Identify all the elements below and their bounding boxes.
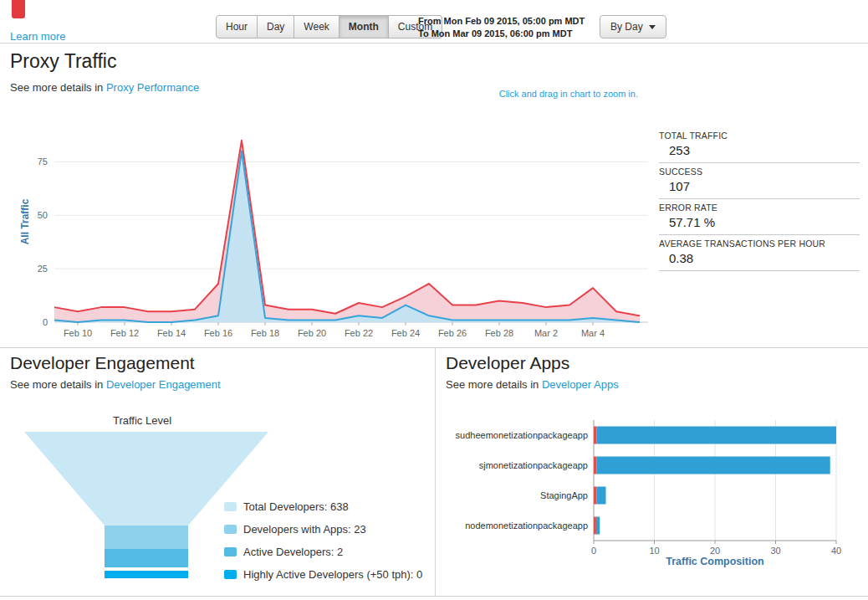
svg-text:Mar 4: Mar 4 (581, 328, 605, 338)
svg-text:30: 30 (770, 546, 780, 556)
date-range-from: From Mon Feb 09 2015, 05:00 pm MDT (418, 15, 585, 28)
time-range-hour-button[interactable]: Hour (216, 15, 258, 38)
legend-item: Developers with Apps: 23 (224, 521, 422, 537)
svg-text:20: 20 (710, 546, 720, 556)
stat-avg-tph: AVERAGE TRANSACTIONS PER HOUR 0.38 (659, 235, 860, 271)
svg-text:sjmonetizationpackageapp: sjmonetizationpackageapp (479, 460, 588, 470)
proxy-traffic-chart[interactable]: 0255075Feb 10Feb 12Feb 14Feb 16Feb 18Feb… (8, 123, 656, 342)
stat-error-rate: ERROR RATE 57.71 % (659, 199, 860, 235)
svg-text:Feb 26: Feb 26 (438, 328, 467, 338)
legend-swatch (224, 525, 237, 534)
svg-text:sudheemonetizationpackageapp: sudheemonetizationpackageapp (456, 430, 588, 440)
subtitle-prefix: See more details in (10, 81, 103, 94)
svg-text:Mar 2: Mar 2 (534, 328, 558, 338)
stat-label: ERROR RATE (659, 203, 860, 213)
proxy-traffic-subtitle: See more details in Proxy Performance (10, 81, 199, 94)
svg-text:Feb 22: Feb 22 (345, 328, 373, 338)
developer-apps-title: Developer Apps (446, 353, 569, 373)
date-range-to: To Mon Mar 09 2015, 06:00 pm MDT (418, 28, 585, 40)
section-divider (0, 347, 868, 348)
svg-text:nodemonetizationpackageapp: nodemonetizationpackageapp (465, 521, 588, 531)
time-range-week-button[interactable]: Week (294, 15, 339, 38)
developer-apps-subtitle: See more details in Developer Apps (446, 378, 619, 391)
legend-item: Total Developers: 638 (224, 499, 422, 515)
svg-text:Feb 20: Feb 20 (298, 328, 326, 338)
developer-apps-link[interactable]: Developer Apps (542, 378, 619, 391)
svg-text:Feb 12: Feb 12 (110, 328, 139, 338)
svg-text:Feb 14: Feb 14 (157, 328, 186, 338)
legend-swatch (224, 502, 237, 511)
svg-text:Feb 10: Feb 10 (64, 328, 92, 338)
analytics-dashboard: Learn more Hour Day Week Month Custom Fr… (0, 0, 868, 600)
svg-text:0: 0 (591, 546, 596, 556)
stat-value: 57.71 % (659, 215, 860, 229)
subtitle-prefix: See more details in (446, 378, 539, 391)
legend-swatch (224, 570, 237, 579)
stat-value: 253 (659, 143, 860, 157)
stat-label: SUCCESS (659, 167, 860, 177)
svg-text:25: 25 (38, 264, 48, 274)
legend-swatch (224, 547, 237, 556)
proxy-traffic-title: Proxy Traffic (10, 50, 116, 73)
legend-label: Developers with Apps: 23 (243, 523, 366, 536)
developer-engagement-title: Developer Engagement (10, 353, 195, 373)
learn-more-link[interactable]: Learn more (10, 30, 65, 43)
subtitle-prefix: See more details in (10, 378, 103, 391)
stat-label: AVERAGE TRANSACTIONS PER HOUR (659, 238, 860, 249)
stat-success: SUCCESS 107 (659, 163, 860, 199)
funnel-legend: Total Developers: 638 Developers with Ap… (224, 499, 422, 589)
caret-down-icon (649, 25, 656, 29)
svg-text:Feb 18: Feb 18 (251, 328, 279, 338)
svg-text:StagingApp: StagingApp (540, 490, 588, 500)
x-axis-label: Traffic Composition (594, 556, 836, 567)
svg-text:50: 50 (38, 210, 48, 220)
granularity-label: By Day (610, 21, 643, 33)
stat-total-traffic: TOTAL TRAFFIC 253 (659, 127, 860, 163)
time-range-month-button[interactable]: Month (340, 15, 389, 38)
zoom-hint: Click and drag in chart to zoom in. (499, 89, 638, 99)
proxy-performance-link[interactable]: Proxy Performance (106, 81, 199, 94)
legend-item: Highly Active Developers (+50 tph): 0 (224, 567, 422, 582)
stat-label: TOTAL TRAFFIC (659, 131, 860, 141)
legend-label: Highly Active Developers (+50 tph): 0 (243, 568, 422, 581)
svg-text:75: 75 (38, 156, 48, 167)
svg-text:Feb 28: Feb 28 (485, 328, 513, 338)
bottom-divider (0, 596, 868, 597)
legend-label: Total Developers: 638 (243, 500, 349, 513)
funnel-title: Traffic Level (25, 414, 259, 427)
legend-label: Active Developers: 2 (243, 546, 343, 558)
granularity-dropdown[interactable]: By Day (600, 15, 666, 38)
panel-divider (435, 347, 436, 596)
time-range-button-group: Hour Day Week Month Custom (216, 15, 442, 38)
topbar-divider (0, 43, 868, 44)
svg-text:10: 10 (649, 546, 659, 556)
svg-text:0: 0 (43, 317, 48, 327)
stat-value: 107 (659, 179, 860, 193)
legend-item: Active Developers: 2 (224, 544, 422, 560)
developer-engagement-subtitle: See more details in Developer Engagement (10, 378, 221, 391)
stat-value: 0.38 (659, 251, 860, 265)
date-range: From Mon Feb 09 2015, 05:00 pm MDT To Mo… (418, 15, 585, 40)
developer-engagement-link[interactable]: Developer Engagement (106, 378, 221, 391)
traffic-stats-panel: TOTAL TRAFFIC 253 SUCCESS 107 ERROR RATE… (659, 127, 860, 271)
developer-apps-chart: 010203040sudheemonetizationpackageappsjm… (443, 418, 865, 562)
svg-text:40: 40 (831, 546, 841, 556)
logo (12, 0, 25, 18)
svg-text:Feb 16: Feb 16 (204, 328, 232, 338)
svg-text:Feb 24: Feb 24 (391, 328, 420, 338)
time-range-day-button[interactable]: Day (258, 15, 294, 38)
